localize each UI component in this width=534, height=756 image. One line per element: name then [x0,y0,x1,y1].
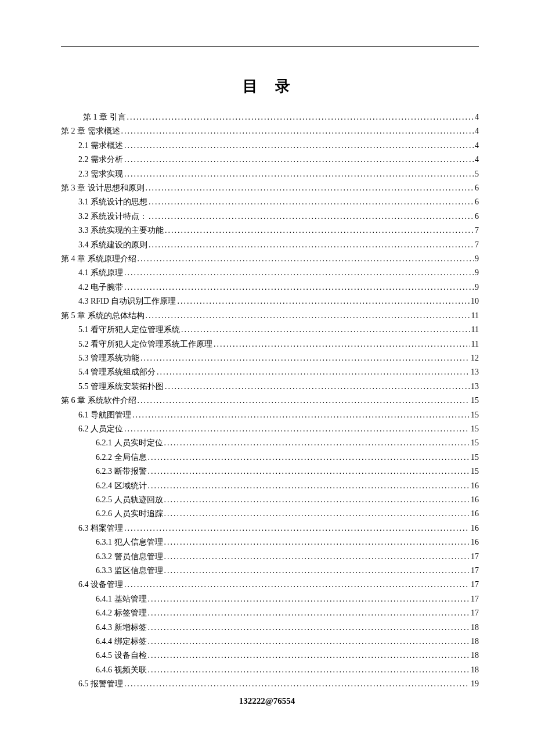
toc-leader [124,266,474,280]
toc-title: 目 录 [61,76,479,96]
toc-entry-page: 9 [475,252,479,266]
toc-entry-label: 4.1 系统原理 [78,266,123,280]
toc-entry-page: 18 [471,621,479,635]
toc-entry-label: 5.5 管理系统安装拓扑图 [78,380,164,394]
toc-leader [148,635,470,649]
toc-entry-page: 18 [471,663,479,677]
toc-entry-label: 5.2 看守所犯人定位管理系统工作原理 [78,337,212,351]
toc-entry-label: 第 2 章 需求概述 [61,124,120,138]
toc-entry-label: 6.3.3 监区信息管理 [96,564,163,578]
toc-entry-label: 6.4.3 新增标签 [96,621,147,635]
toc-entry-label: 6.2 人员定位 [78,422,123,436]
toc-entry-page: 10 [471,294,479,308]
toc-leader [164,564,470,578]
toc-entry: 6.4.4 绑定标签18 [61,635,479,649]
toc-entry: 6.3.1 犯人信息管理16 [61,535,479,549]
toc-entry-label: 第 3 章 设计思想和原则 [61,181,145,195]
toc-entry-label: 6.2.4 区域统计 [96,479,147,493]
toc-entry: 第 3 章 设计思想和原则6 [61,181,479,195]
toc-entry-label: 2.2 需求分析 [78,153,123,167]
toc-entry-label: 5.4 管理系统组成部分 [78,365,156,379]
toc-entry-page: 11 [471,337,479,351]
toc-entry-page: 16 [471,479,479,493]
page-footer: 132222@76554 [0,696,534,706]
toc-entry-label: 4.3 RFID 自动识别工作原理 [78,294,176,308]
toc-entry: 第 1 章 引言4 [61,110,479,124]
toc-leader [124,139,474,153]
toc-entry-label: 6.2.6 人员实时追踪 [96,507,163,521]
toc-entry: 4.3 RFID 自动识别工作原理10 [61,294,479,308]
toc-entry-page: 7 [475,238,479,252]
toc-entry-page: 6 [475,210,479,224]
toc-entry: 4.1 系统原理9 [61,266,479,280]
toc-entry-page: 12 [471,351,479,365]
toc-leader [214,337,470,351]
toc-leader [146,309,470,323]
toc-entry: 6.4.6 视频关联18 [61,663,479,677]
toc-leader [132,408,470,422]
toc-entry: 6.2.5 人员轨迹回放16 [61,493,479,507]
toc-entry-label: 6.3.1 犯人信息管理 [96,535,163,549]
toc-entry: 5.2 看守所犯人定位管理系统工作原理11 [61,337,479,351]
page-content: 目 录 第 1 章 引言4第 2 章 需求概述42.1 需求概述42.2 需求分… [61,46,479,692]
toc-entry-label: 6.4.5 设备自检 [96,649,147,663]
toc-leader [148,621,470,635]
toc-entry-page: 11 [471,323,479,337]
toc-list: 第 1 章 引言4第 2 章 需求概述42.1 需求概述42.2 需求分析42.… [61,110,479,692]
toc-entry-label: 4.2 电子腕带 [78,280,123,294]
toc-entry-label: 6.4.4 绑定标签 [96,635,147,649]
toc-entry: 6.2.4 区域统计16 [61,479,479,493]
toc-entry: 第 6 章 系统软件介绍15 [61,394,479,408]
toc-entry-page: 15 [471,422,479,436]
toc-entry-label: 2.1 需求概述 [78,139,123,153]
toc-entry-page: 15 [471,451,479,465]
toc-entry: 6.4.3 新增标签18 [61,621,479,635]
toc-entry-page: 15 [471,408,479,422]
toc-entry-label: 6.2.3 断带报警 [96,465,147,478]
toc-leader [177,294,470,308]
toc-leader [148,649,470,663]
toc-entry: 6.2 人员定位15 [61,422,479,436]
toc-entry-label: 第 6 章 系统软件介绍 [61,394,136,408]
toc-entry-label: 2.3 需求实现 [78,167,123,181]
toc-entry-page: 11 [471,309,479,323]
toc-entry-page: 6 [475,181,479,195]
header-rule [61,46,479,47]
toc-entry: 2.2 需求分析4 [61,153,479,167]
toc-entry-label: 第 4 章 系统原理介绍 [61,252,136,266]
toc-entry: 6.3.2 警员信息管理17 [61,550,479,564]
toc-entry-label: 6.4.6 视频关联 [96,663,147,677]
toc-entry-label: 6.2.5 人员轨迹回放 [96,493,163,507]
toc-entry-label: 6.4 设备管理 [78,578,123,592]
toc-entry: 第 4 章 系统原理介绍9 [61,252,479,266]
toc-entry-page: 4 [475,110,479,124]
toc-entry-label: 5.1 看守所犯人定位管理系统 [78,323,180,337]
toc-leader [124,521,470,535]
toc-leader [148,663,470,677]
toc-entry: 5.4 管理系统组成部分13 [61,365,479,379]
toc-entry: 4.2 电子腕带9 [61,280,479,294]
toc-entry-label: 6.2.1 人员实时定位 [96,436,163,450]
toc-entry: 6.4 设备管理17 [61,578,479,592]
toc-leader [164,550,470,564]
toc-entry-page: 5 [475,167,479,181]
toc-entry: 6.2.3 断带报警15 [61,465,479,478]
toc-entry-page: 15 [471,436,479,450]
toc-leader [148,592,470,606]
toc-entry: 6.2.1 人员实时定位15 [61,436,479,450]
toc-leader [138,252,474,266]
toc-entry-page: 16 [471,535,479,549]
toc-entry-label: 6.2.2 全局信息 [96,451,147,465]
toc-entry-label: 6.1 导航图管理 [78,408,131,422]
toc-entry-label: 6.3 档案管理 [78,521,123,535]
toc-leader [146,181,474,195]
toc-entry-page: 17 [471,578,479,592]
toc-entry-page: 17 [471,550,479,564]
toc-leader [127,110,474,124]
toc-leader [124,677,470,691]
toc-leader [124,153,474,167]
toc-leader [164,436,470,450]
toc-entry: 6.3 档案管理16 [61,521,479,535]
toc-entry-page: 6 [475,195,479,209]
toc-entry-label: 3.1 系统设计的思想 [78,195,147,209]
